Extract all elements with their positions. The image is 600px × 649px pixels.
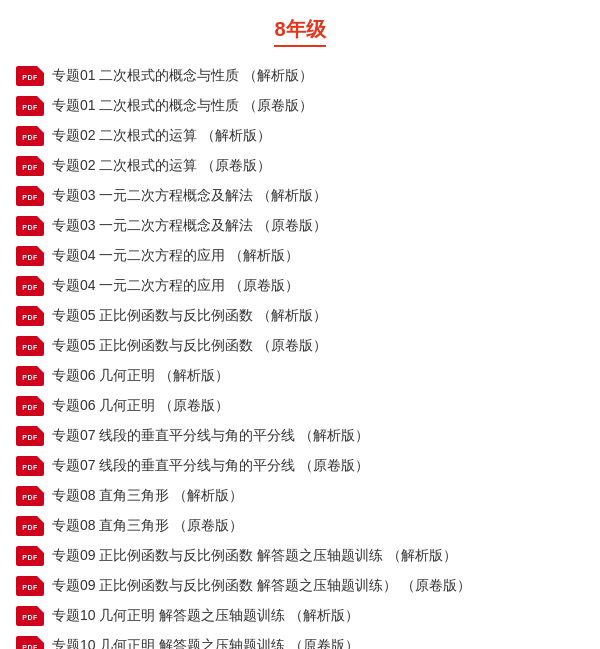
item-text: 专题05 正比例函数与反比例函数 （原卷版） [52, 336, 327, 356]
item-text: 专题08 直角三角形 （解析版） [52, 486, 243, 506]
item-text: 专题08 直角三角形 （原卷版） [52, 516, 243, 536]
list-item[interactable]: PDF 专题06 几何正明 （原卷版） [14, 391, 586, 421]
list-item[interactable]: PDF 专题06 几何正明 （解析版） [14, 361, 586, 391]
list-container: PDF 专题01 二次根式的概念与性质 （解析版） PDF 专题01 二次根式的… [0, 61, 600, 649]
list-item[interactable]: PDF 专题02 二次根式的运算 （解析版） [14, 121, 586, 151]
list-item[interactable]: PDF 专题09 正比例函数与反比例函数 解答题之压轴题训练） （原卷版） [14, 571, 586, 601]
list-item[interactable]: PDF 专题04 一元二次方程的应用 （解析版） [14, 241, 586, 271]
pdf-icon: PDF [14, 125, 46, 147]
item-text: 专题09 正比例函数与反比例函数 解答题之压轴题训练 （解析版） [52, 546, 457, 566]
item-text: 专题10 几何正明 解答题之压轴题训练 （原卷版） [52, 636, 359, 649]
item-text: 专题07 线段的垂直平分线与角的平分线 （原卷版） [52, 456, 369, 476]
pdf-icon: PDF [14, 485, 46, 507]
item-text: 专题03 一元二次方程概念及解法 （原卷版） [52, 216, 327, 236]
list-item[interactable]: PDF 专题01 二次根式的概念与性质 （解析版） [14, 61, 586, 91]
pdf-icon: PDF [14, 635, 46, 649]
list-item[interactable]: PDF 专题10 几何正明 解答题之压轴题训练 （解析版） [14, 601, 586, 631]
list-item[interactable]: PDF 专题03 一元二次方程概念及解法 （解析版） [14, 181, 586, 211]
item-text: 专题02 二次根式的运算 （原卷版） [52, 156, 271, 176]
list-item[interactable]: PDF 专题05 正比例函数与反比例函数 （原卷版） [14, 331, 586, 361]
list-item[interactable]: PDF 专题05 正比例函数与反比例函数 （解析版） [14, 301, 586, 331]
list-item[interactable]: PDF 专题10 几何正明 解答题之压轴题训练 （原卷版） [14, 631, 586, 649]
list-item[interactable]: PDF 专题09 正比例函数与反比例函数 解答题之压轴题训练 （解析版） [14, 541, 586, 571]
item-text: 专题04 一元二次方程的应用 （原卷版） [52, 276, 299, 296]
item-text: 专题02 二次根式的运算 （解析版） [52, 126, 271, 146]
item-text: 专题01 二次根式的概念与性质 （原卷版） [52, 96, 313, 116]
list-item[interactable]: PDF 专题08 直角三角形 （解析版） [14, 481, 586, 511]
pdf-icon: PDF [14, 545, 46, 567]
pdf-icon: PDF [14, 155, 46, 177]
pdf-icon: PDF [14, 605, 46, 627]
item-text: 专题05 正比例函数与反比例函数 （解析版） [52, 306, 327, 326]
pdf-icon: PDF [14, 575, 46, 597]
pdf-icon: PDF [14, 95, 46, 117]
item-text: 专题03 一元二次方程概念及解法 （解析版） [52, 186, 327, 206]
list-item[interactable]: PDF 专题07 线段的垂直平分线与角的平分线 （原卷版） [14, 451, 586, 481]
pdf-icon: PDF [14, 515, 46, 537]
item-text: 专题09 正比例函数与反比例函数 解答题之压轴题训练） （原卷版） [52, 576, 471, 596]
pdf-icon: PDF [14, 395, 46, 417]
list-item[interactable]: PDF 专题03 一元二次方程概念及解法 （原卷版） [14, 211, 586, 241]
pdf-icon: PDF [14, 245, 46, 267]
list-item[interactable]: PDF 专题08 直角三角形 （原卷版） [14, 511, 586, 541]
pdf-icon: PDF [14, 185, 46, 207]
page-title: 8年级 [274, 16, 325, 47]
item-text: 专题06 几何正明 （解析版） [52, 366, 229, 386]
pdf-icon: PDF [14, 305, 46, 327]
pdf-icon: PDF [14, 425, 46, 447]
item-text: 专题01 二次根式的概念与性质 （解析版） [52, 66, 313, 86]
pdf-icon: PDF [14, 365, 46, 387]
item-text: 专题07 线段的垂直平分线与角的平分线 （解析版） [52, 426, 369, 446]
pdf-icon: PDF [14, 65, 46, 87]
item-text: 专题10 几何正明 解答题之压轴题训练 （解析版） [52, 606, 359, 626]
item-text: 专题04 一元二次方程的应用 （解析版） [52, 246, 299, 266]
list-item[interactable]: PDF 专题02 二次根式的运算 （原卷版） [14, 151, 586, 181]
list-item[interactable]: PDF 专题07 线段的垂直平分线与角的平分线 （解析版） [14, 421, 586, 451]
list-item[interactable]: PDF 专题04 一元二次方程的应用 （原卷版） [14, 271, 586, 301]
pdf-icon: PDF [14, 215, 46, 237]
list-item[interactable]: PDF 专题01 二次根式的概念与性质 （原卷版） [14, 91, 586, 121]
item-text: 专题06 几何正明 （原卷版） [52, 396, 229, 416]
pdf-icon: PDF [14, 335, 46, 357]
pdf-icon: PDF [14, 455, 46, 477]
pdf-icon: PDF [14, 275, 46, 297]
page-title-container: 8年级 [0, 10, 600, 47]
